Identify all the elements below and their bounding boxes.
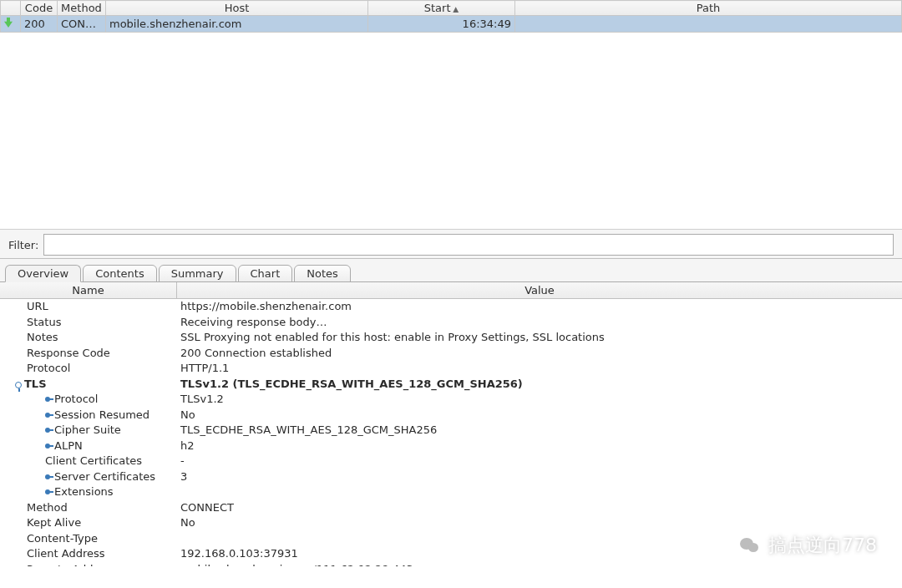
row-method: MethodCONNECT [0,500,902,516]
wechat-icon [737,533,762,558]
detail-columns-header: Name Value [0,282,902,299]
column-start-header[interactable]: Start [368,1,515,16]
row-tls-alpn: ALPNh2 [0,438,902,454]
tab-overview[interactable]: Overview [5,265,81,282]
tree-leaf-icon [45,444,50,449]
cell-method: CON… [58,16,106,33]
row-remote-address: Remote Addressmobile.shenzhenair.com/111… [0,562,902,567]
detail-header-name[interactable]: Name [0,282,177,298]
tree-leaf-icon [45,489,50,494]
cell-start: 16:34:49 [368,16,515,33]
cell-host: mobile.shenzhenair.com [106,16,368,33]
row-kept-alive: Kept AliveNo [0,515,902,531]
tab-notes[interactable]: Notes [294,265,351,282]
row-response-code: Response Code200 Connection established [0,346,902,362]
filter-input[interactable] [43,234,894,256]
overview-panel[interactable]: URLhttps://mobile.shenzhenair.com Status… [0,299,902,566]
watermark: 搞点逆向778 [737,533,877,558]
cell-code: 200 [21,16,58,33]
detail-header-value[interactable]: Value [177,282,902,298]
row-tls: TLSTLSv1.2 (TLS_ECDHE_RSA_WITH_AES_128_G… [0,377,902,393]
row-tls-protocol: ProtocolTLSv1.2 [0,392,902,408]
response-ok-icon [4,18,13,28]
tree-leaf-icon [45,397,50,402]
tree-leaf-icon [45,413,50,418]
tab-chart[interactable]: Chart [238,265,293,282]
row-url: URLhttps://mobile.shenzhenair.com [0,299,902,315]
tree-leaf-icon [45,474,50,479]
request-list-table[interactable]: Code Method Host Start Path 200 CON… mob… [0,0,902,33]
row-tls-session: Session ResumedNo [0,408,902,423]
cell-path [515,16,902,33]
table-row[interactable]: 200 CON… mobile.shenzhenair.com 16:34:49 [1,16,902,33]
detail-tabs: Overview Contents Summary Chart Notes [0,259,902,282]
column-host-header[interactable]: Host [106,1,368,16]
row-tls-clientcert: Client Certificates- [0,454,902,469]
row-tls-cipher: Cipher SuiteTLS_ECDHE_RSA_WITH_AES_128_G… [0,423,902,438]
column-method-header[interactable]: Method [58,1,106,16]
row-status: StatusReceiving response body… [0,315,902,331]
row-protocol: ProtocolHTTP/1.1 [0,361,902,377]
filter-bar: Filter: [0,229,902,259]
tab-summary[interactable]: Summary [159,265,236,282]
filter-label: Filter: [8,239,38,251]
column-icon-header[interactable] [1,1,21,16]
tree-toggle-icon[interactable] [15,382,22,388]
request-list-empty-area [0,33,902,229]
row-notes: NotesSSL Proxying not enabled for this h… [0,330,902,346]
row-tls-servercert: Server Certificates3 [0,469,902,485]
tree-leaf-icon [45,428,50,433]
row-tls-extensions: Extensions [0,484,902,500]
column-path-header[interactable]: Path [515,1,902,16]
column-code-header[interactable]: Code [21,1,58,16]
tab-contents[interactable]: Contents [83,265,156,282]
